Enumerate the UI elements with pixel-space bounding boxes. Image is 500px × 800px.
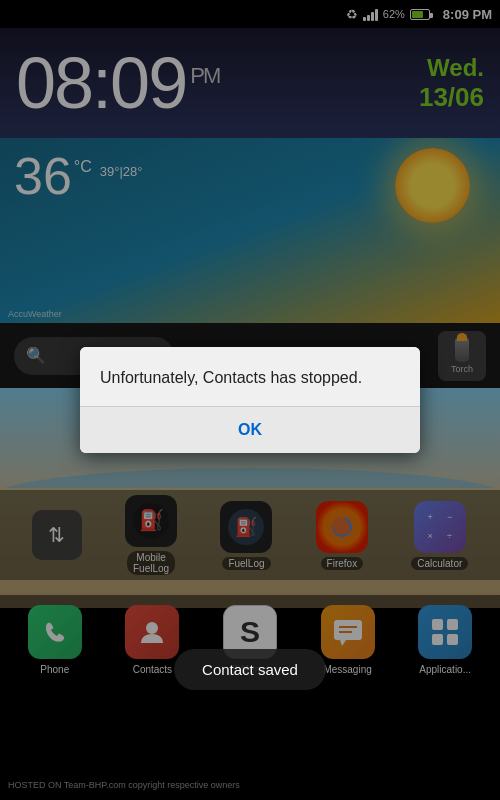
error-dialog: Unfortunately, Contacts has stopped. OK — [80, 347, 420, 452]
dialog-ok-button[interactable]: OK — [80, 407, 420, 453]
toast-notification: Contact saved — [174, 649, 326, 690]
dialog-body: Unfortunately, Contacts has stopped. — [80, 347, 420, 405]
toast-message: Contact saved — [202, 661, 298, 678]
dialog-footer: OK — [80, 406, 420, 453]
dialog-message: Unfortunately, Contacts has stopped. — [100, 367, 400, 389]
